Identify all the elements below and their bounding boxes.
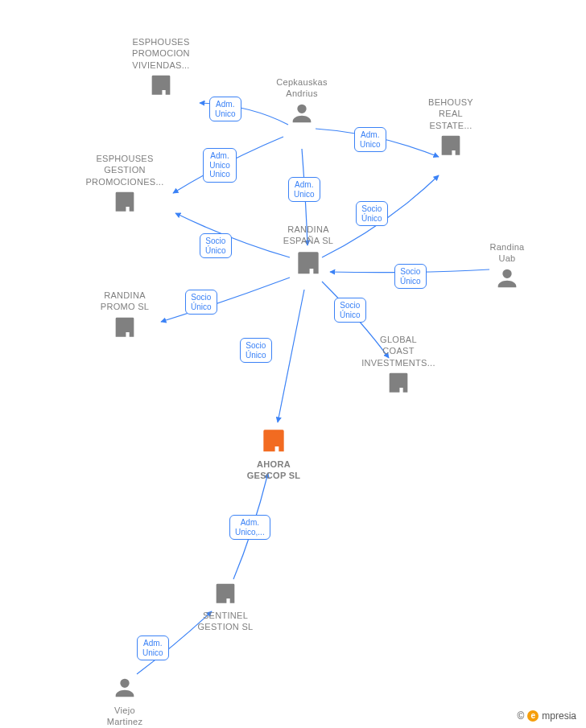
node-label: SENTINELGESTION SL: [181, 610, 270, 633]
edge-label: Adm.Unico,...: [229, 515, 270, 540]
edge-label: Adm.UnicoUnico: [203, 148, 237, 183]
node-behousy[interactable]: BEHOUSYREALESTATE...: [406, 97, 495, 162]
node-randina-uab[interactable]: RandinaUab: [463, 241, 551, 295]
node-esphouses-gestion[interactable]: ESPHOUSESGESTIONPROMOCIONES...: [80, 153, 169, 218]
edge-label: SocioÚnico: [334, 298, 366, 323]
node-viejo[interactable]: ViejoMartinezJose...: [80, 674, 169, 728]
node-label: RANDINAESPAÑA SL: [264, 224, 353, 247]
node-esphouses-promocion[interactable]: ESPHOUSESPROMOCIONVIVIENDAS...: [117, 36, 205, 101]
node-randina-promo[interactable]: RANDINAPROMO SL: [80, 290, 169, 343]
node-global-coast[interactable]: GLOBALCOASTINVESTMENTS...: [354, 334, 443, 399]
building-icon-highlight: [258, 425, 289, 455]
node-label: BEHOUSYREALESTATE...: [406, 97, 495, 131]
edge-label: SocioÚnico: [394, 264, 427, 289]
building-icon: [212, 579, 239, 607]
diagram-canvas: ESPHOUSESPROMOCIONVIVIENDAS... Cepkauska…: [0, 0, 586, 728]
building-icon: [111, 313, 138, 340]
node-label: ViejoMartinezJose...: [80, 705, 169, 728]
person-icon: [288, 100, 316, 127]
node-label: ESPHOUSESPROMOCIONVIVIENDAS...: [117, 36, 205, 71]
node-label: ESPHOUSESGESTIONPROMOCIONES...: [80, 153, 169, 187]
node-label: CepkauskasAndrius: [258, 76, 346, 100]
copyright-symbol: ©: [517, 710, 524, 722]
edge-label: SocioÚnico: [185, 290, 217, 315]
edge-label: Adm.Unico: [209, 97, 241, 121]
edge-label: Adm.Unico: [137, 635, 169, 660]
edge-label: Adm.Unico: [288, 177, 320, 202]
node-sentinel[interactable]: SENTINELGESTION SL: [181, 579, 270, 633]
node-ahora-gescop[interactable]: AHORAGESCOP SL: [229, 425, 318, 482]
node-label: GLOBALCOASTINVESTMENTS...: [354, 334, 443, 368]
building-icon: [385, 368, 412, 396]
brand-logo-icon: e: [527, 710, 539, 722]
node-cepkauskas[interactable]: CepkauskasAndrius: [258, 76, 346, 130]
person-icon: [493, 265, 521, 292]
building-icon: [437, 131, 464, 158]
node-label: AHORAGESCOP SL: [229, 459, 318, 482]
edge-label: Adm.Unico: [354, 127, 386, 152]
building-icon: [293, 247, 324, 278]
building-icon: [111, 187, 138, 215]
node-randina-espana[interactable]: RANDINAESPAÑA SL: [264, 224, 353, 281]
node-label: RANDINAPROMO SL: [80, 290, 169, 313]
brand-text: mpresia: [542, 710, 576, 722]
building-icon: [147, 71, 175, 98]
person-icon: [111, 674, 138, 701]
edge-label: SocioÚnico: [356, 201, 388, 226]
edge-label: SocioÚnico: [240, 338, 272, 363]
footer-brand: © e mpresia: [517, 710, 576, 722]
node-label: RandinaUab: [463, 241, 551, 265]
edge-label: SocioÚnico: [200, 233, 232, 258]
